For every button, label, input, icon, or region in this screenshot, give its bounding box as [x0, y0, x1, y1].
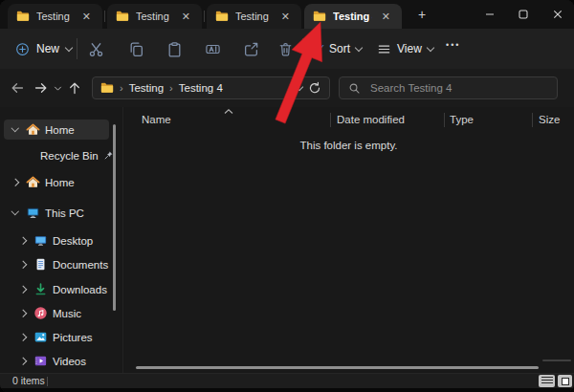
- chevron-down-icon[interactable]: [11, 207, 19, 215]
- tab-testing[interactable]: Testing ✕: [8, 4, 102, 29]
- this-pc-icon: [26, 206, 40, 220]
- tab-testing-4-active[interactable]: Testing 4 ✕: [304, 4, 402, 29]
- column-header-type[interactable]: Type: [450, 114, 474, 125]
- file-explorer-window: Testing ✕ Testing 5 ✕ Testing 3 ✕ Testin…: [0, 0, 574, 392]
- sidebar-item-downloads[interactable]: Downloads: [4, 279, 109, 299]
- search-box[interactable]: [339, 76, 558, 99]
- sidebar-item-label: This PC: [45, 207, 84, 219]
- view-button[interactable]: View: [377, 37, 433, 60]
- chevron-right-icon[interactable]: [19, 358, 27, 365]
- paste-button[interactable]: [165, 40, 184, 57]
- up-button[interactable]: [63, 76, 86, 99]
- tab-label: Testing 5: [136, 11, 172, 22]
- sidebar-item-desktop[interactable]: Desktop: [4, 230, 109, 250]
- rename-icon: [205, 41, 221, 57]
- up-arrow-icon: [67, 80, 82, 96]
- view-icon: [377, 42, 391, 56]
- column-header-date-modified[interactable]: Date modified: [337, 114, 405, 125]
- tab-testing-5[interactable]: Testing 5 ✕: [107, 4, 202, 29]
- address-dropdown-icon[interactable]: [296, 82, 303, 90]
- see-more-button[interactable]: •••: [446, 40, 460, 50]
- new-button[interactable]: New: [12, 37, 75, 60]
- maximize-button[interactable]: [508, 2, 539, 27]
- horizontal-scrollbar[interactable]: [136, 366, 539, 369]
- sidebar-item-label: Music: [53, 308, 81, 319]
- copy-button[interactable]: [126, 40, 145, 57]
- chevron-right-icon[interactable]: [19, 261, 27, 269]
- back-button[interactable]: [6, 76, 29, 99]
- sidebar-item-label: Downloads: [53, 284, 107, 295]
- command-bar: New: [0, 29, 574, 69]
- chevron-down-icon: [427, 43, 434, 51]
- pictures-icon: [33, 330, 48, 344]
- column-divider[interactable]: [532, 113, 533, 127]
- details-view-button[interactable]: [539, 375, 555, 387]
- cut-button[interactable]: [86, 40, 105, 57]
- sidebar-item-home[interactable]: Home: [4, 172, 109, 192]
- close-tab-icon[interactable]: ✕: [278, 10, 293, 24]
- minimize-button[interactable]: [475, 2, 505, 27]
- large-icons-view-icon: [562, 378, 569, 385]
- search-input[interactable]: [368, 81, 548, 95]
- sidebar-item-label: Home: [45, 124, 75, 136]
- back-arrow-icon: [10, 80, 25, 96]
- sidebar-item-videos[interactable]: Videos: [4, 351, 109, 371]
- empty-folder-message: This folder is empty.: [123, 140, 574, 151]
- chevron-down-icon: [355, 43, 363, 51]
- sidebar-item-music[interactable]: Music: [4, 303, 109, 323]
- navigation-pane: Home Recycle Bin Home: [0, 107, 122, 373]
- scrollbar-fragment[interactable]: [542, 359, 571, 361]
- sidebar-item-recycle-bin[interactable]: Recycle Bin: [4, 145, 109, 165]
- documents-icon: [33, 257, 48, 272]
- chevron-right-icon[interactable]: [19, 310, 27, 317]
- chevron-down-icon[interactable]: [11, 124, 19, 132]
- sidebar-item-home-pinned[interactable]: Home: [4, 120, 109, 140]
- refresh-icon[interactable]: [308, 81, 321, 95]
- chevron-right-icon[interactable]: [11, 179, 19, 186]
- large-icons-view-button[interactable]: [558, 375, 572, 387]
- file-list-pane[interactable]: Name Date modified Type Size This folder…: [123, 107, 574, 373]
- close-icon: [553, 10, 563, 19]
- new-tab-button[interactable]: +: [412, 7, 431, 24]
- column-header-size[interactable]: Size: [539, 114, 560, 125]
- share-icon: [243, 41, 259, 57]
- sidebar-item-label: Pictures: [53, 332, 93, 343]
- sidebar-item-documents[interactable]: Documents: [4, 254, 109, 274]
- column-divider[interactable]: [330, 113, 331, 127]
- new-button-label: New: [36, 42, 59, 55]
- close-tab-icon[interactable]: ✕: [179, 10, 193, 24]
- share-button[interactable]: [241, 40, 260, 57]
- tab-testing-3[interactable]: Testing 3 ✕: [207, 4, 301, 29]
- cut-icon: [88, 41, 104, 57]
- search-icon: [348, 82, 361, 95]
- chevron-right-icon[interactable]: [19, 237, 27, 245]
- sidebar-scrollbar[interactable]: [113, 124, 116, 311]
- delete-button[interactable]: [276, 40, 295, 57]
- sidebar-item-pictures[interactable]: Pictures: [4, 327, 109, 347]
- rename-button[interactable]: [203, 40, 222, 57]
- maximize-icon: [519, 10, 528, 19]
- close-tab-icon[interactable]: ✕: [79, 10, 94, 24]
- sort-button[interactable]: Sort: [329, 37, 362, 60]
- chevron-right-icon[interactable]: [19, 334, 27, 341]
- sort-button-label: Sort: [329, 42, 350, 55]
- column-divider[interactable]: [444, 113, 445, 127]
- chevron-right-icon[interactable]: [19, 286, 27, 294]
- breadcrumb-segment-testing[interactable]: Testing: [129, 82, 164, 94]
- column-header-name[interactable]: Name: [142, 114, 171, 125]
- close-window-button[interactable]: [542, 2, 573, 27]
- delete-icon: [277, 41, 294, 57]
- music-icon: [33, 306, 48, 320]
- chevron-down-icon: [54, 84, 62, 93]
- home-icon: [26, 122, 40, 137]
- sidebar-item-this-pc[interactable]: This PC: [4, 203, 109, 223]
- breadcrumb-segment-testing-4[interactable]: Testing 4: [179, 82, 223, 94]
- sidebar-item-label: Videos: [53, 356, 86, 367]
- sidebar-item-label: Home: [45, 177, 75, 188]
- forward-arrow-icon: [33, 80, 49, 96]
- copy-icon: [128, 41, 144, 57]
- close-tab-icon[interactable]: ✕: [379, 10, 393, 24]
- sort-icon: ✓: [317, 42, 325, 54]
- tab-bar: Testing ✕ Testing 5 ✕ Testing 3 ✕ Testin…: [0, 0, 574, 29]
- breadcrumb[interactable]: › Testing › Testing 4: [92, 76, 330, 99]
